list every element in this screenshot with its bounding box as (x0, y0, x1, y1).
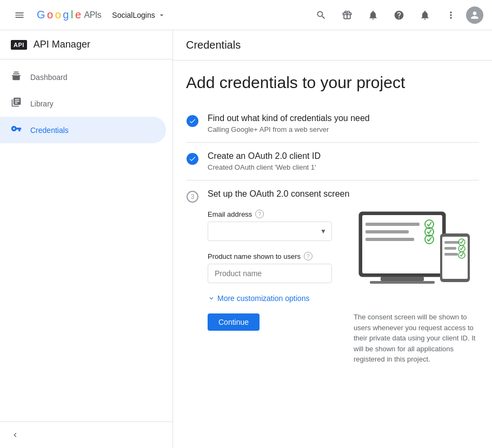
step-1: Find out what kind of credentials you ne… (186, 105, 479, 143)
svg-rect-3 (370, 281, 435, 284)
step-3-content: Set up the OAuth 2.0 consent screen Emai… (208, 189, 479, 365)
email-select[interactable] (208, 222, 332, 241)
product-name-input[interactable] (208, 264, 332, 283)
notification-button[interactable] (362, 4, 384, 26)
help-button[interactable] (388, 4, 410, 26)
sidebar-item-library[interactable]: Library (0, 90, 166, 117)
alerts-icon (420, 10, 430, 21)
step-2: Create an OAuth 2.0 client ID Created OA… (186, 143, 479, 180)
svg-rect-4 (365, 223, 420, 226)
search-icon (316, 10, 327, 21)
step-3: 3 Set up the OAuth 2.0 consent screen Em… (186, 180, 479, 373)
step-1-title: Find out what kind of credentials you ne… (208, 113, 479, 123)
layout: API API Manager Dashboard Library (0, 30, 492, 448)
sidebar-header: API API Manager (0, 30, 172, 59)
google-logo: Google APIs (37, 9, 101, 21)
step-1-content: Find out what kind of credentials you ne… (208, 113, 479, 133)
api-badge: API (11, 40, 27, 50)
step-3-form: Email address ? ▼ (208, 201, 332, 331)
product-label: Product name shown to users ? (208, 252, 332, 260)
library-icon (11, 97, 22, 110)
main-body: Add credentials to your project Find out… (173, 61, 492, 386)
main-content: Credentials Add credentials to your proj… (173, 30, 492, 448)
continue-button[interactable]: Continue (208, 313, 260, 331)
illustration-svg (354, 206, 473, 304)
avatar[interactable] (466, 6, 483, 24)
credentials-label: Credentials (30, 126, 69, 135)
email-help-icon[interactable]: ? (255, 210, 264, 218)
svg-rect-12 (444, 241, 460, 244)
project-dropdown-icon (157, 11, 166, 19)
sidebar: API API Manager Dashboard Library (0, 30, 173, 448)
product-group: Product name shown to users ? (208, 252, 332, 283)
svg-rect-2 (381, 277, 424, 281)
svg-rect-5 (365, 230, 409, 233)
svg-rect-13 (444, 247, 456, 250)
checkmark-icon-2 (189, 155, 196, 163)
step-2-content: Create an OAuth 2.0 client ID Created OA… (208, 151, 479, 171)
alerts-button[interactable] (414, 4, 436, 26)
step-1-subtitle: Calling Google+ API from a web server (208, 125, 479, 133)
help-icon (394, 10, 404, 21)
step-2-title: Create an OAuth 2.0 client ID (208, 151, 479, 161)
menu-button[interactable] (9, 4, 30, 26)
step-2-check (187, 153, 198, 165)
step-1-indicator (186, 115, 199, 128)
topbar-icons (310, 4, 483, 26)
email-group: Email address ? ▼ (208, 210, 332, 241)
sidebar-item-dashboard[interactable]: Dashboard (0, 64, 166, 90)
chevron-down-icon (208, 295, 215, 302)
search-button[interactable] (310, 4, 332, 26)
gift-icon (342, 10, 353, 21)
step-3-number: 3 (187, 191, 198, 203)
project-name: SocialLogins (112, 11, 155, 19)
step-1-check (187, 115, 198, 127)
step-3-indicator: 3 (186, 190, 199, 203)
more-vert-icon (446, 10, 456, 21)
avatar-icon (469, 10, 480, 21)
sidebar-nav: Dashboard Library Credentials (0, 59, 172, 422)
consent-screen-illustration: The consent screen will be shown to user… (354, 206, 479, 365)
product-help-icon[interactable]: ? (304, 252, 313, 260)
sidebar-item-credentials[interactable]: Credentials (0, 117, 166, 143)
sidebar-collapse[interactable] (0, 422, 172, 448)
dashboard-label: Dashboard (30, 73, 68, 82)
gift-button[interactable] (336, 4, 358, 26)
project-selector[interactable]: SocialLogins (108, 8, 170, 23)
page-title: Add credentials to your project (186, 73, 479, 92)
apis-label: APIs (84, 10, 102, 20)
email-select-wrapper: ▼ (208, 222, 332, 241)
credentials-icon (11, 123, 22, 137)
step-3-title: Set up the OAuth 2.0 consent screen (208, 189, 479, 199)
dashboard-icon (11, 70, 22, 84)
step-2-indicator (186, 152, 199, 165)
collapse-icon (11, 431, 19, 439)
notification-icon (368, 10, 378, 21)
svg-rect-6 (365, 238, 414, 241)
email-label: Email address ? (208, 210, 332, 218)
library-label: Library (30, 99, 54, 108)
checkmark-icon (189, 117, 196, 125)
svg-rect-14 (444, 253, 458, 256)
step-3-illustration: The consent screen will be shown to user… (354, 201, 479, 365)
topbar: Google APIs SocialLogins (0, 0, 492, 30)
api-manager-title: API Manager (34, 39, 90, 50)
more-options-button[interactable]: More customization options (208, 294, 309, 303)
page-header: Credentials (173, 30, 492, 61)
step-3-layout: Email address ? ▼ (208, 201, 479, 365)
step-2-subtitle: Created OAuth client 'Web client 1' (208, 163, 479, 171)
more-options-label: More customization options (217, 294, 309, 303)
more-options-button[interactable] (440, 4, 462, 26)
consent-screen-description: The consent screen will be shown to user… (354, 312, 479, 365)
